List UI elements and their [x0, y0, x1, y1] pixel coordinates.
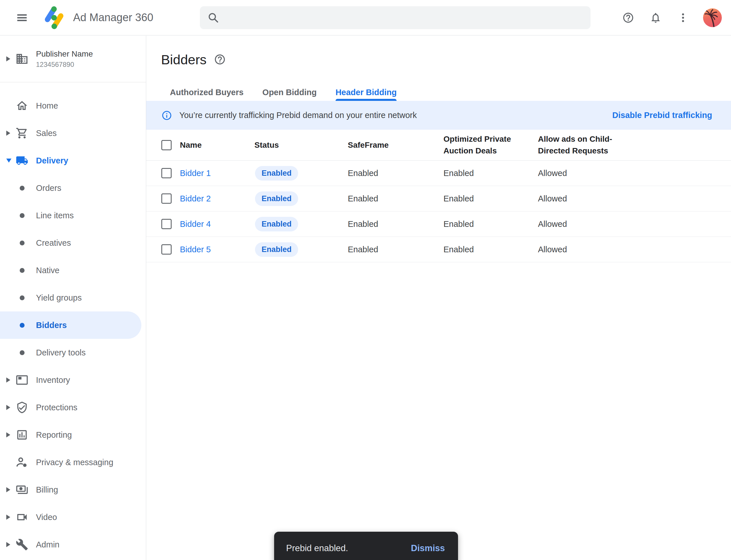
table-row: Bidder 2 Enabled Enabled Enabled Allowed: [146, 186, 731, 211]
safeframe-value: Enabled: [348, 219, 443, 229]
help-button[interactable]: [622, 11, 634, 24]
chevron-right-icon: [6, 377, 10, 383]
sidebar-item-privacy-messaging[interactable]: Privacy & messaging: [0, 449, 146, 476]
sidebar-item-video[interactable]: Video: [0, 503, 146, 531]
column-header-name: Name: [180, 141, 255, 150]
column-header-opad: Optimized Private Auction Deals: [443, 133, 512, 157]
status-pill[interactable]: Enabled: [255, 191, 298, 206]
tab-bar: Authorized Buyers Open Bidding Header Bi…: [146, 84, 731, 101]
sidebar-item-admin[interactable]: Admin: [0, 531, 146, 558]
opad-value: Enabled: [443, 219, 538, 229]
page-title: Bidders: [161, 52, 207, 67]
sidebar-item-reporting[interactable]: Reporting: [0, 421, 146, 449]
sidebar-item-native[interactable]: Native: [0, 257, 146, 284]
table-row: Bidder 5 Enabled Enabled Enabled Allowed: [146, 237, 731, 262]
more-options-button[interactable]: [677, 11, 689, 24]
chevron-right-icon: [6, 487, 10, 492]
sidebar-item-home[interactable]: Home: [0, 92, 146, 119]
product-name: Ad Manager 360: [73, 11, 153, 24]
table-header-row: Name Status SafeFrame Optimized Private …: [146, 130, 731, 161]
bullet-icon: [20, 213, 25, 218]
reporting-icon: [16, 429, 28, 441]
home-icon: [16, 99, 28, 112]
row-checkbox[interactable]: [161, 219, 172, 229]
topbar: Ad Manager 360: [0, 0, 731, 35]
sidebar-item-delivery[interactable]: Delivery: [0, 147, 146, 174]
opad-value: Enabled: [443, 169, 538, 178]
bidder-link[interactable]: Bidder 4: [180, 219, 255, 229]
bidder-link[interactable]: Bidder 5: [180, 245, 255, 254]
publisher-name: Publisher Name: [36, 49, 93, 59]
sidebar-item-inventory[interactable]: Inventory: [0, 366, 146, 394]
sidebar: Publisher Name 1234567890 Home Sales Del…: [0, 36, 146, 560]
table-row: Bidder 1 Enabled Enabled Enabled Allowed: [146, 161, 731, 186]
bidder-link[interactable]: Bidder 2: [180, 194, 255, 203]
page-header: Bidders: [146, 36, 731, 67]
child-directed-value: Allowed: [538, 219, 731, 229]
hamburger-menu-button[interactable]: [15, 11, 29, 24]
status-pill[interactable]: Enabled: [255, 166, 298, 181]
tab-open-bidding[interactable]: Open Bidding: [253, 84, 326, 101]
tab-authorized-buyers[interactable]: Authorized Buyers: [161, 84, 253, 101]
privacy-icon: [16, 456, 28, 469]
sidebar-item-creatives[interactable]: Creatives: [0, 229, 146, 257]
avatar[interactable]: [703, 8, 722, 27]
column-header-safeframe: SafeFrame: [348, 141, 443, 150]
page-help-icon[interactable]: [214, 53, 226, 65]
bullet-icon: [20, 268, 25, 273]
protections-icon: [16, 401, 28, 414]
publisher-id: 1234567890: [36, 61, 93, 69]
bullet-icon: [20, 295, 25, 300]
table-row: Bidder 4 Enabled Enabled Enabled Allowed: [146, 211, 731, 237]
child-directed-value: Allowed: [538, 194, 731, 203]
help-icon: [622, 12, 634, 24]
status-pill[interactable]: Enabled: [255, 217, 298, 231]
billing-icon: [16, 483, 28, 496]
topbar-actions: [622, 0, 722, 35]
disable-prebid-trafficking-link[interactable]: Disable Prebid trafficking: [612, 111, 712, 120]
opad-value: Enabled: [443, 245, 538, 254]
row-checkbox[interactable]: [161, 168, 172, 178]
publisher-switcher[interactable]: Publisher Name 1234567890: [0, 36, 146, 82]
safeframe-value: Enabled: [348, 245, 443, 254]
chevron-right-icon: [6, 432, 10, 437]
main-content: Bidders Authorized Buyers Open Bidding H…: [146, 36, 731, 560]
search-bar[interactable]: [200, 6, 590, 29]
search-icon: [207, 12, 219, 24]
chevron-right-icon: [6, 515, 10, 520]
ad-manager-logo[interactable]: [42, 5, 67, 30]
sidebar-item-protections[interactable]: Protections: [0, 394, 146, 421]
sidebar-item-line-items[interactable]: Line items: [0, 202, 146, 229]
row-checkbox[interactable]: [161, 244, 172, 255]
hamburger-icon: [15, 11, 29, 24]
sidebar-item-bidders[interactable]: Bidders: [0, 311, 141, 339]
chevron-right-icon: [6, 542, 10, 547]
select-all-checkbox[interactable]: [161, 140, 172, 150]
delivery-icon: [16, 154, 28, 167]
safeframe-value: Enabled: [348, 194, 443, 203]
video-icon: [16, 511, 28, 523]
status-pill[interactable]: Enabled: [255, 242, 298, 257]
avatar-palm-image: [703, 8, 722, 27]
info-icon: [161, 110, 172, 121]
column-header-status: Status: [255, 141, 348, 150]
sidebar-item-sales[interactable]: Sales: [0, 119, 146, 147]
inventory-icon: [16, 374, 28, 386]
dismiss-button[interactable]: Dismiss: [411, 543, 445, 553]
bullet-icon: [20, 241, 25, 245]
sidebar-item-delivery-tools[interactable]: Delivery tools: [0, 339, 146, 366]
bidder-link[interactable]: Bidder 1: [180, 169, 255, 178]
tab-header-bidding[interactable]: Header Bidding: [326, 84, 406, 101]
sidebar-item-yield-groups[interactable]: Yield groups: [0, 284, 146, 311]
row-checkbox[interactable]: [161, 193, 172, 204]
sidebar-item-billing[interactable]: Billing: [0, 476, 146, 503]
bullet-icon: [20, 350, 25, 355]
search-input[interactable]: [226, 13, 583, 23]
notifications-button[interactable]: [649, 11, 662, 24]
child-directed-value: Allowed: [538, 169, 731, 178]
chevron-right-icon: [6, 405, 10, 410]
admin-icon: [16, 538, 28, 551]
sidebar-item-orders[interactable]: Orders: [0, 174, 146, 202]
banner-message: You’re currently trafficking Prebid dema…: [179, 111, 417, 120]
chevron-right-icon: [6, 131, 10, 136]
